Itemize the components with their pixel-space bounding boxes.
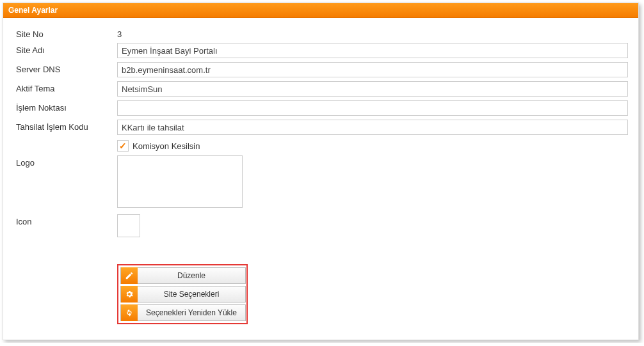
row-komisyon: ✓ Komisyon Kesilsin xyxy=(16,139,632,152)
label-tahsilat-kodu: Tahsilat İşlem Kodu xyxy=(16,120,117,132)
label-aktif-tema: Aktif Tema xyxy=(16,81,117,93)
input-tahsilat-kodu[interactable] xyxy=(117,120,628,135)
panel-title: Genel Ayarlar xyxy=(8,6,58,15)
input-islem-noktasi[interactable] xyxy=(117,100,628,116)
checkbox-komisyon[interactable]: ✓ Komisyon Kesilsin xyxy=(117,140,628,152)
site-options-button[interactable]: Site Seçenekleri xyxy=(120,286,246,303)
edit-button[interactable]: Düzenle xyxy=(120,267,246,284)
reload-options-button-label: Seçenekleri Yeniden Yükle xyxy=(138,308,245,317)
label-site-no: Site No xyxy=(16,27,117,39)
label-server-dns: Server DNS xyxy=(16,62,117,74)
label-logo: Logo xyxy=(16,155,117,168)
label-icon: Icon xyxy=(16,214,117,226)
label-site-adi: Site Adı xyxy=(16,43,117,55)
label-islem-noktasi: İşlem Noktası xyxy=(16,100,117,113)
settings-panel: Genel Ayarlar Site No 3 Site Adı Server … xyxy=(3,3,639,340)
site-options-button-label: Site Seçenekleri xyxy=(138,290,245,299)
pencil-icon xyxy=(121,267,138,284)
icon-preview[interactable] xyxy=(117,214,140,237)
input-server-dns[interactable] xyxy=(117,62,628,77)
edit-button-label: Düzenle xyxy=(138,271,245,280)
row-site-adi: Site Adı xyxy=(16,43,632,58)
gears-icon xyxy=(121,286,138,303)
logo-preview[interactable] xyxy=(117,155,243,208)
row-icon: Icon xyxy=(16,214,632,237)
input-aktif-tema[interactable] xyxy=(117,81,628,97)
refresh-icon xyxy=(121,304,138,321)
check-icon: ✓ xyxy=(117,140,129,152)
row-tahsilat-kodu: Tahsilat İşlem Kodu xyxy=(16,120,632,135)
label-komisyon: Komisyon Kesilsin xyxy=(133,141,200,151)
button-group-highlight: Düzenle Site Seçenekleri Seçenekleri Yen… xyxy=(117,264,248,324)
row-aktif-tema: Aktif Tema xyxy=(16,81,632,97)
panel-header: Genel Ayarlar xyxy=(3,3,638,18)
row-buttons: Düzenle Site Seçenekleri Seçenekleri Yen… xyxy=(16,241,632,324)
row-islem-noktasi: İşlem Noktası xyxy=(16,100,632,116)
row-logo: Logo xyxy=(16,155,632,208)
panel-body: Site No 3 Site Adı Server DNS Aktif Tema xyxy=(3,18,638,340)
value-site-no: 3 xyxy=(117,27,628,39)
reload-options-button[interactable]: Seçenekleri Yeniden Yükle xyxy=(120,304,246,321)
row-site-no: Site No 3 xyxy=(16,27,632,39)
input-site-adi[interactable] xyxy=(117,43,628,58)
row-server-dns: Server DNS xyxy=(16,62,632,77)
